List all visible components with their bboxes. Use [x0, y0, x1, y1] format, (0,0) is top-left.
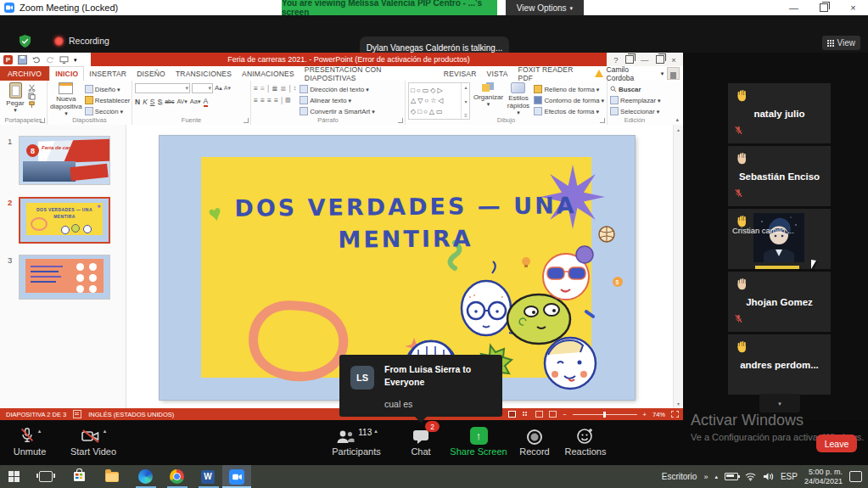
clock[interactable]: 5:00 p. m. 24/04/2021	[804, 468, 843, 485]
participants-options-chevron[interactable]: ▴	[374, 428, 378, 435]
scroll-up-icon[interactable]: ▴	[677, 126, 680, 132]
participant-tile[interactable]: Jhojan Gomez	[728, 272, 831, 332]
restore-button[interactable]	[809, 0, 838, 15]
help-button[interactable]: ?	[613, 55, 618, 65]
microsoft-store-button[interactable]	[70, 468, 88, 485]
keyboard-language[interactable]: ESP	[781, 472, 798, 481]
action-center-icon[interactable]	[849, 471, 862, 482]
tab-foxit[interactable]: FOXIT READER PDF	[513, 66, 595, 81]
notes-icon[interactable]	[73, 410, 81, 418]
reading-view-button[interactable]	[535, 411, 543, 418]
change-case-button[interactable]: Aa▾	[190, 98, 201, 105]
view-options-button[interactable]: View Options ▾	[506, 0, 584, 15]
zoom-out-button[interactable]: −	[563, 411, 566, 418]
battery-icon[interactable]	[725, 473, 738, 480]
view-layout-button[interactable]: View	[822, 36, 861, 50]
canvas-scrollbar[interactable]: ▴ ▾	[673, 125, 683, 408]
zoom-slider[interactable]	[573, 414, 637, 415]
encryption-shield-icon[interactable]	[19, 35, 31, 51]
zoom-taskbar-button[interactable]	[222, 465, 251, 488]
replace-button[interactable]: Reemplazar▾	[610, 95, 659, 105]
task-view-button[interactable]	[36, 468, 55, 485]
word-button[interactable]: W	[199, 468, 217, 485]
layout-button[interactable]: Diseño▾	[85, 84, 131, 94]
list-buttons[interactable]: ≡≡|≣≣|↕	[254, 82, 296, 93]
dialog-launcher-icon[interactable]	[600, 118, 605, 123]
slideshow-view-button[interactable]	[549, 411, 557, 418]
text-direction-button[interactable]: Dirección del texto▾	[300, 84, 375, 94]
align-text-button[interactable]: Alinear texto▾	[300, 95, 375, 105]
arrange-button[interactable]: Organizar ▾	[473, 82, 502, 107]
slide-thumbnail-3[interactable]	[19, 255, 110, 300]
hidden-icons-chevron[interactable]: ▴	[714, 474, 718, 480]
ppt-close-button[interactable]: ×	[671, 55, 676, 65]
dialog-launcher-icon[interactable]	[244, 118, 249, 123]
participants-button[interactable]: 113 ▴ Participants	[322, 424, 390, 457]
find-button[interactable]: Buscar	[610, 84, 659, 94]
copy-icon[interactable]	[28, 93, 36, 100]
slide-thumbnail-1[interactable]: 8 Feria de carreras	[19, 136, 110, 185]
mic-options-chevron[interactable]: ▴	[38, 428, 42, 435]
avatar[interactable]	[667, 67, 680, 80]
section-button[interactable]: Sección▾	[85, 106, 131, 116]
tab-vista[interactable]: VISTA	[482, 66, 513, 81]
italic-button[interactable]: K	[143, 98, 148, 106]
align-buttons[interactable]: ≡≡≡≡|▥	[254, 94, 296, 105]
zoom-slider-thumb[interactable]	[603, 412, 606, 418]
tab-archivo[interactable]: ARCHIVO	[0, 66, 49, 81]
scroll-down-icon[interactable]: ▾	[677, 401, 680, 407]
shadow-button[interactable]: S	[157, 98, 162, 106]
dialog-launcher-icon[interactable]	[398, 118, 403, 123]
toolbar-expand-icon[interactable]: »	[703, 473, 708, 481]
chat-notification[interactable]: LS From Luisa Sierra to Everyone cual es	[339, 355, 502, 417]
edge-button[interactable]	[136, 468, 154, 485]
tab-insertar[interactable]: INSERTAR	[84, 66, 132, 81]
zoom-percent[interactable]: 74%	[652, 411, 665, 418]
tab-revisar[interactable]: REVISAR	[439, 66, 482, 81]
chrome-button[interactable]	[167, 468, 186, 485]
fit-slide-button[interactable]	[671, 411, 679, 418]
tab-diseno[interactable]: DISEÑO	[132, 66, 171, 81]
new-slide-button[interactable]: Nueva diapositiva ▾	[50, 82, 82, 116]
ppt-restore-button[interactable]	[656, 55, 664, 64]
participant-tile[interactable]: andres perdom...	[728, 334, 831, 395]
start-button[interactable]	[4, 468, 23, 485]
shapes-gallery[interactable]: □○▭◇▷ △▽○☆◁ ◇□○△▭ ▴▾≡	[408, 82, 470, 120]
undo-icon[interactable]	[32, 56, 41, 64]
collapse-ribbon-icon[interactable]: ▴	[675, 116, 679, 123]
slide-thumbnail-2-selected[interactable]: DOS VERDADES — UNA MENTIRA ✦	[19, 197, 110, 244]
tab-inicio[interactable]: INICIO	[49, 66, 84, 81]
video-options-chevron[interactable]: ▴	[104, 428, 107, 435]
tab-presentacion[interactable]: PRESENTACIÓN CON DIAPOSITIVAS	[300, 66, 439, 81]
more-participants-button[interactable]: ▾	[759, 394, 800, 412]
start-video-button[interactable]: ▴ Start Video	[61, 424, 126, 457]
participant-tile[interactable]: nataly julio	[728, 83, 831, 143]
qat-customize-icon[interactable]: ▾	[74, 57, 77, 63]
unmute-button[interactable]: ▴ Unmute	[3, 424, 56, 457]
paste-button[interactable]: Pegar ▾	[3, 82, 28, 113]
tab-animaciones[interactable]: ANIMACIONES	[237, 66, 300, 81]
redo-icon[interactable]	[46, 56, 54, 64]
desktop-toolbar[interactable]: Escritorio	[662, 472, 697, 481]
slideshow-icon[interactable]	[59, 56, 69, 64]
save-icon[interactable]	[18, 55, 27, 65]
underline-button[interactable]: S	[150, 98, 155, 106]
font-color-button[interactable]: A	[204, 97, 209, 107]
grow-font-button[interactable]: A▴	[215, 84, 222, 92]
shape-effects-button[interactable]: Efectos de forma▾	[534, 106, 604, 116]
close-button[interactable]: ×	[838, 0, 868, 15]
file-explorer-button[interactable]	[103, 468, 121, 485]
record-button[interactable]: Record	[512, 424, 557, 457]
strikethrough-button[interactable]: abc	[165, 98, 174, 104]
dialog-launcher-icon[interactable]	[40, 118, 45, 123]
reactions-button[interactable]: Reactions	[560, 424, 611, 457]
account-menu[interactable]: Camilo Cordoba ▾	[595, 66, 683, 81]
share-screen-button[interactable]: ↑ Share Screen	[448, 424, 509, 457]
ppt-minimize-button[interactable]: —	[641, 55, 649, 65]
quick-styles-button[interactable]: Estilos rápidos ▾	[506, 82, 530, 115]
cut-icon[interactable]	[28, 84, 36, 92]
reset-button[interactable]: Restablecer	[85, 95, 131, 105]
recording-indicator[interactable]: Recording	[54, 36, 109, 46]
tab-transiciones[interactable]: TRANSICIONES	[171, 66, 237, 81]
language-status[interactable]: INGLÉS (ESTADOS UNIDOS)	[88, 411, 174, 418]
